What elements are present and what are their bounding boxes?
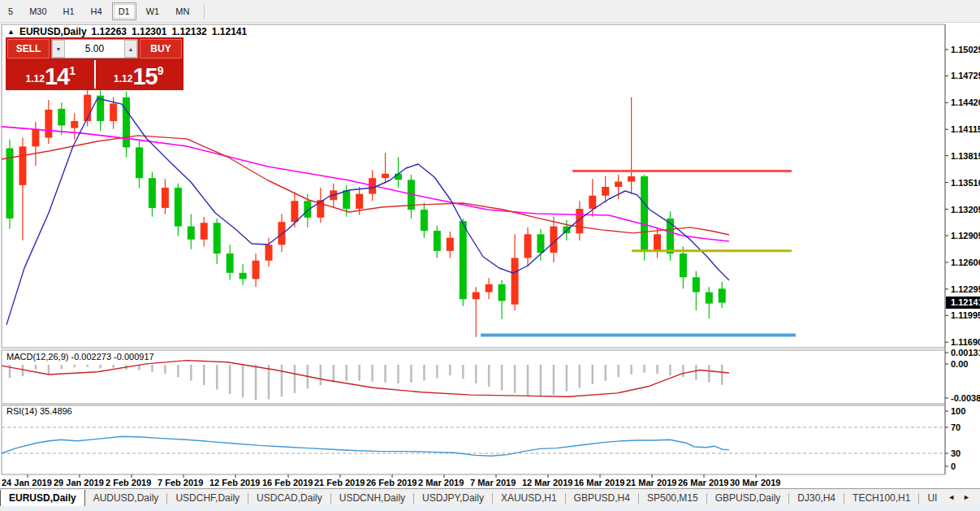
candle-body [499,284,506,301]
candle-body [291,201,298,222]
chart-tab-usdcad-daily[interactable]: USDCAD,Daily [248,490,330,507]
macd-pane-label: MACD(12,26,9) -0.002273 -0.000917 [6,352,154,362]
svg-text:70: 70 [951,422,961,432]
svg-text:26 Mar 2019: 26 Mar 2019 [678,478,728,487]
candle-body [123,97,130,148]
timeframe-button-h4[interactable]: H4 [84,2,109,20]
rsi-pane-label: RSI(14) 35.4896 [6,406,72,416]
timeframe-button-d1[interactable]: D1 [112,2,136,20]
date-axis[interactable]: 24 Jan 201929 Jan 20192 Feb 20197 Feb 20… [2,474,780,487]
candle-body [473,292,480,300]
timeframe-button-mn[interactable]: MN [169,2,196,20]
chart-tab-usdjpy-daily[interactable]: USDJPY,Daily [414,490,492,507]
svg-text:1.12295: 1.12295 [951,284,980,294]
svg-text:1.14725: 1.14725 [951,71,980,80]
candle-body [149,178,156,208]
macd-name: MACD(12,26,9) [6,352,68,362]
svg-text:1.14115: 1.14115 [951,124,980,134]
one-click-trading-panel: SELL ▼ 5.00 ▲ BUY 1.12 14 1 1.12 15 9 [6,37,183,90]
svg-text:0.001313: 0.001313 [951,348,980,357]
svg-text:1.11995: 1.11995 [951,310,980,320]
volume-input[interactable]: 5.00 [65,40,124,58]
ask-prefix: 1.12 [114,73,132,84]
svg-text:100: 100 [951,406,965,416]
svg-text:-0.003862: -0.003862 [951,393,980,403]
volume-decrease-icon[interactable]: ▼ [52,40,65,58]
bid-price-display[interactable]: 1.12 14 1 [7,60,96,89]
chart-tab-dj30-h4[interactable]: DJ30,H4 [789,490,844,507]
chart-tab-sp500-m15[interactable]: SP500,M15 [639,490,706,507]
chart-tab-usdchf-daily[interactable]: USDCHF,Daily [167,490,248,507]
candle-body [706,292,713,304]
candle-body [602,187,609,196]
chart-tab-eurusd-daily[interactable]: EURUSD,Daily [0,490,85,508]
svg-text:1.12600: 1.12600 [951,258,980,267]
volume-increase-icon[interactable]: ▲ [124,40,137,58]
candle-body [460,221,467,299]
candle-body [447,238,454,251]
svg-text:7 Feb 2019: 7 Feb 2019 [158,478,203,487]
timeframe-button-m30[interactable]: M30 [23,2,53,20]
bar-low-value: 1.12132 [171,26,206,37]
timeframe-button-w1[interactable]: W1 [140,2,166,20]
trading-terminal-window: 5M30H1H4D1W1MN 1.150251.147251.144201.14… [0,0,980,511]
candle-body [615,182,622,187]
candle-body [214,223,221,253]
rsi-pane[interactable] [2,405,945,474]
svg-text:0: 0 [951,461,956,471]
ask-price-display[interactable]: 1.12 15 9 [96,60,183,89]
volume-spinner: ▼ 5.00 ▲ [51,39,138,58]
chart-tab-usdcnh-daily[interactable]: USDCNH,Daily [331,490,413,507]
candle-body [201,223,208,240]
svg-text:30 Mar 2019: 30 Mar 2019 [730,478,780,487]
candle-body [589,196,596,209]
candle-body [188,227,195,240]
svg-text:1.13510: 1.13510 [951,178,980,188]
svg-text:1.13815: 1.13815 [951,151,980,161]
candle-body [641,176,648,252]
bar-close-value: 1.12141 [212,26,247,37]
candle-body [525,234,532,258]
candle-body [19,146,26,185]
bid-big-digits: 14 [45,66,69,87]
chart-tab-tech100-h1[interactable]: TECH100,H1 [844,490,918,507]
timeframe-button-h1[interactable]: H1 [57,2,81,20]
svg-text:30: 30 [951,448,961,458]
rsi-value: 35.4896 [40,406,72,416]
sell-button[interactable]: SELL [7,39,50,58]
bar-open-value: 1.12263 [92,26,127,37]
candle-body [537,234,544,253]
chart-tab-audusd-daily[interactable]: AUDUSD,Daily [85,490,167,507]
svg-text:21 Feb 2019: 21 Feb 2019 [314,478,365,487]
tabs-scroll-right-icon[interactable]: ► [963,493,970,501]
svg-text:16 Feb 2019: 16 Feb 2019 [262,478,313,487]
chart-tab-ui[interactable]: UI [919,490,945,507]
svg-text:12 Mar 2019: 12 Mar 2019 [522,478,572,487]
price-axis[interactable]: 1.150251.147251.144201.141151.138151.135… [945,45,980,347]
candle-body [162,188,169,208]
tabs-scroll-left-icon[interactable]: ◄ [948,493,955,501]
candle-body [136,147,143,178]
chart-symbol-label: EURUSD,Daily [19,26,87,37]
svg-text:2 Mar 2019: 2 Mar 2019 [418,478,464,487]
candle-body [434,231,441,251]
candle-body [628,176,635,181]
rsi-axis[interactable]: 10070300 [945,406,965,471]
buy-button[interactable]: BUY [140,39,182,58]
candle-body [71,121,78,128]
candle-body [719,288,726,302]
candle-body [512,258,519,305]
chart-tab-gbpusd-daily[interactable]: GBPUSD,Daily [707,490,789,507]
chart-tab-gbpusd-h4[interactable]: GBPUSD,H4 [566,490,638,507]
timeframe-button-5[interactable]: 5 [2,2,19,20]
chart-tab-xauusd-h1[interactable]: XAUUSD,H1 [493,490,565,507]
macd-axis[interactable]: 0.0013130.00-0.003862 [945,348,980,403]
candle-body [486,284,493,292]
candle-body [253,261,260,279]
candle-body [304,201,311,218]
svg-text:1.13205: 1.13205 [951,205,980,214]
candle-body [58,109,65,126]
candle-body [343,190,350,209]
candle-body [421,210,428,231]
collapse-triangle-icon[interactable]: ▲ [7,28,15,36]
